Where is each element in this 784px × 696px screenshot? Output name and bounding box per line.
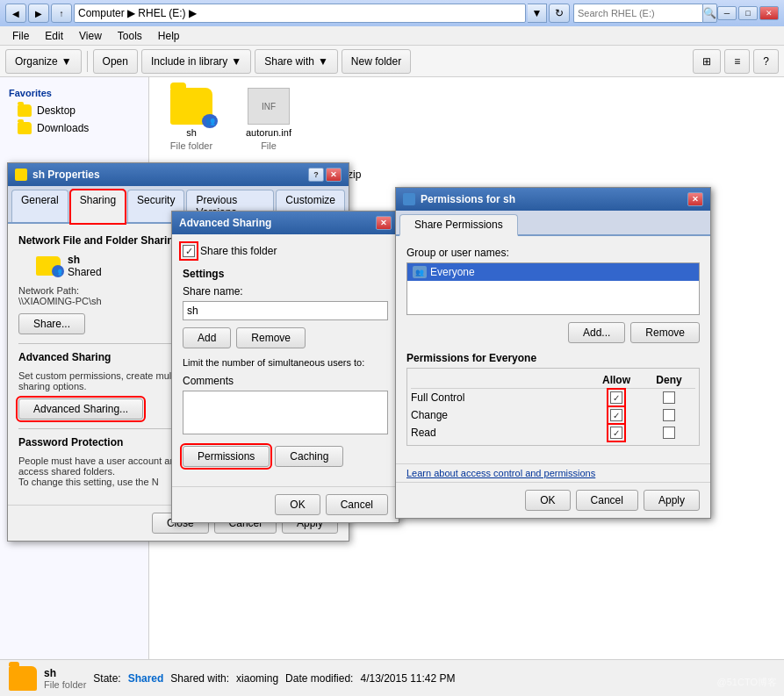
perm-caching-row: Permissions Caching xyxy=(183,446,388,467)
everyone-selected[interactable]: 👥 Everyone xyxy=(407,263,699,281)
status-date-label: Date modified: xyxy=(285,672,353,685)
tab-general[interactable]: General xyxy=(11,190,68,222)
menu-file[interactable]: File xyxy=(5,28,36,44)
change-deny-checkbox[interactable] xyxy=(663,409,675,421)
share-this-folder-checkbox[interactable] xyxy=(183,245,195,257)
sh-file-name: sh xyxy=(186,127,197,138)
advanced-sharing-dialog: Advanced Sharing ✕ Share this folder Set… xyxy=(171,211,399,523)
search-button[interactable]: 🔍 xyxy=(702,4,717,23)
group-listbox[interactable]: 👥 Everyone xyxy=(406,262,700,315)
forward-button[interactable]: ▶ xyxy=(28,4,49,23)
menu-edit[interactable]: Edit xyxy=(38,28,70,44)
remove-share-button[interactable]: Remove xyxy=(236,327,306,348)
address-dropdown[interactable]: ▼ xyxy=(528,4,547,23)
perm-row-change: Change xyxy=(411,406,695,424)
perm-row-read: Read xyxy=(411,424,695,441)
status-date-value: 4/13/2015 11:42 PM xyxy=(360,672,455,685)
toolbar-right: ⊞ ≡ ? xyxy=(693,49,779,74)
perm-ok-button[interactable]: OK xyxy=(525,490,570,511)
caching-button[interactable]: Caching xyxy=(275,446,343,467)
add-user-button[interactable]: Add... xyxy=(568,322,625,343)
dialog-controls: ? ✕ xyxy=(308,168,342,182)
share-checkbox-label: Share this folder xyxy=(200,245,277,257)
address-bar[interactable]: Computer ▶ RHEL (E:) ▶ xyxy=(74,4,526,23)
open-button[interactable]: Open xyxy=(93,49,138,74)
tab-sharing[interactable]: Sharing xyxy=(70,190,126,224)
new-folder-button[interactable]: New folder xyxy=(342,49,411,74)
include-library-button[interactable]: Include in library ▼ xyxy=(141,49,251,74)
permissions-button[interactable]: Permissions xyxy=(183,446,270,467)
advanced-sharing-body: Share this folder Settings Share name: A… xyxy=(172,234,399,486)
perm-close-button[interactable]: ✕ xyxy=(687,192,703,206)
menu-tools[interactable]: Tools xyxy=(111,28,149,44)
include-library-label: Include in library xyxy=(151,55,227,68)
perm-cancel-button[interactable]: Cancel xyxy=(576,490,638,511)
status-folder-icon xyxy=(9,666,37,691)
back-button[interactable]: ◀ xyxy=(5,4,26,23)
share-button[interactable]: Share... xyxy=(18,313,85,334)
up-button[interactable]: ↑ xyxy=(51,4,72,23)
file-item-autorun[interactable]: INF autorun.inf File xyxy=(234,84,304,154)
change-label: Change xyxy=(411,409,590,421)
menu-help[interactable]: Help xyxy=(151,28,187,44)
sh-properties-title: sh Properties xyxy=(32,169,100,181)
folder-status-label: Shared xyxy=(68,266,102,278)
learn-link[interactable]: Learn about access control and permissio… xyxy=(396,463,710,482)
sidebar-favorites-title[interactable]: Favorites xyxy=(0,84,148,102)
status-shared-label: Shared with: xyxy=(170,672,229,685)
permissions-dialog: Permissions for sh ✕ Share Permissions G… xyxy=(395,187,711,519)
minimize-button[interactable]: ─ xyxy=(717,6,737,20)
new-folder-label: New folder xyxy=(351,55,401,68)
share-permissions-tab-item[interactable]: Share Permissions xyxy=(399,214,518,236)
perm-dialog-controls: ✕ xyxy=(687,192,703,206)
folder-label-info: sh Shared xyxy=(68,254,102,278)
remove-user-button[interactable]: Remove xyxy=(630,322,700,343)
status-name: sh xyxy=(44,667,86,679)
view-options-button[interactable]: ⊞ xyxy=(693,49,721,74)
advanced-sharing-button[interactable]: Advanced Sharing... xyxy=(18,398,143,420)
refresh-button[interactable]: ↻ xyxy=(549,4,570,23)
adv-cancel-button[interactable]: Cancel xyxy=(326,494,388,515)
sh-close-button[interactable]: ✕ xyxy=(326,168,342,182)
close-button[interactable]: ✕ xyxy=(759,6,779,20)
help-button[interactable]: ? xyxy=(753,49,779,74)
share-with-button[interactable]: Share with ▼ xyxy=(255,49,338,74)
adv-close-button[interactable]: ✕ xyxy=(376,216,392,230)
limit-text: Limit the number of simultaneous users t… xyxy=(183,357,388,368)
maximize-button[interactable]: □ xyxy=(738,6,758,20)
status-info: sh File folder xyxy=(44,667,86,690)
comments-textarea[interactable] xyxy=(183,391,388,434)
full-control-label: Full Control xyxy=(411,391,590,404)
file-item-sh[interactable]: 👥 sh File folder xyxy=(156,84,227,154)
include-library-arrow: ▼ xyxy=(231,55,241,68)
change-allow-checkbox[interactable] xyxy=(610,409,622,421)
sh-help-button[interactable]: ? xyxy=(308,168,324,182)
adv-sharing-footer: OK Cancel xyxy=(172,486,399,522)
read-deny-checkbox[interactable] xyxy=(663,427,675,439)
menu-view[interactable]: View xyxy=(72,28,109,44)
read-allow-checkbox[interactable] xyxy=(610,427,622,439)
add-share-button[interactable]: Add xyxy=(183,327,231,348)
search-input[interactable] xyxy=(573,4,702,23)
perm-apply-button[interactable]: Apply xyxy=(644,490,700,511)
perm-row-full-control: Full Control xyxy=(411,389,695,406)
sidebar-item-desktop[interactable]: Desktop xyxy=(0,102,148,119)
organize-label: Organize xyxy=(15,55,58,68)
autorun-file-name: autorun.inf xyxy=(246,127,291,138)
full-control-deny-checkbox[interactable] xyxy=(663,391,675,404)
autorun-icon: INF xyxy=(248,88,290,125)
sidebar-item-downloads[interactable]: Downloads xyxy=(0,119,148,137)
menu-bar: File Edit View Tools Help xyxy=(0,26,784,46)
permissions-title-bar: Permissions for sh ✕ xyxy=(396,188,710,211)
share-permissions-tab: Share Permissions xyxy=(396,211,710,236)
sh-properties-title-bar: sh Properties ? ✕ xyxy=(8,163,349,186)
comments-label: Comments xyxy=(183,375,388,387)
share-name-input[interactable] xyxy=(183,301,388,320)
view-details-button[interactable]: ≡ xyxy=(724,49,750,74)
full-control-allow-checkbox[interactable] xyxy=(610,391,622,404)
toolbar-separator-1 xyxy=(87,51,88,72)
adv-ok-button[interactable]: OK xyxy=(275,494,320,515)
organize-arrow: ▼ xyxy=(61,55,72,68)
organize-button[interactable]: Organize ▼ xyxy=(5,49,82,74)
perm-table-header: Allow Deny xyxy=(411,372,695,389)
